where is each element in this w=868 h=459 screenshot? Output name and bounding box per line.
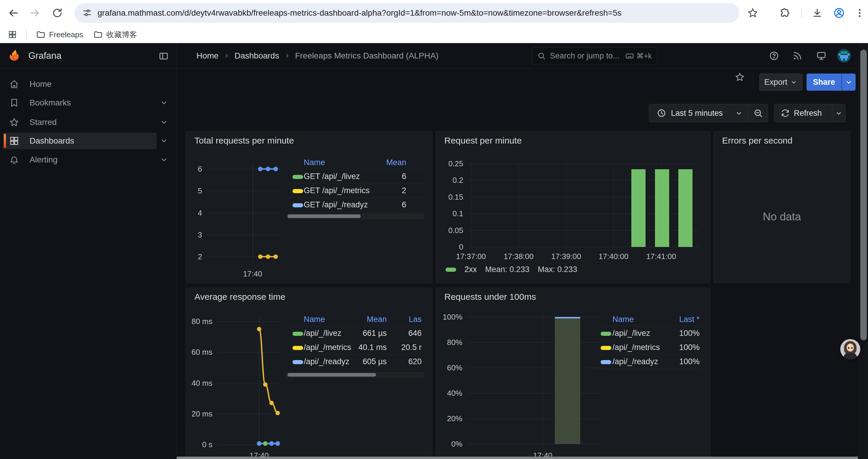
panel-title[interactable]: Average response time	[194, 292, 285, 302]
panel-title[interactable]: Requests under 100ms	[444, 292, 536, 302]
table-row: /api/_/livez661 µs646	[286, 326, 424, 340]
extensions-icon[interactable]	[778, 6, 791, 20]
bookmarks-bar: Freeleaps 收藏博客	[0, 26, 868, 43]
grafana-logo[interactable]	[8, 48, 23, 63]
table-scrollbar[interactable]	[286, 214, 424, 219]
site-settings-icon[interactable]	[82, 8, 92, 18]
sidebar-divider	[177, 43, 177, 459]
forward-icon[interactable]	[28, 6, 41, 20]
column-header[interactable]: Last *	[663, 315, 702, 324]
tv-mode-icon[interactable]	[816, 51, 827, 61]
chevron-down-icon[interactable]	[159, 118, 169, 127]
column-header[interactable]: Mean	[356, 315, 389, 324]
brand-name[interactable]: Grafana	[28, 43, 61, 68]
refresh-button[interactable]: Refresh	[774, 104, 832, 122]
column-header[interactable]: Name	[304, 315, 356, 324]
series-value: 100%	[663, 343, 702, 352]
zoom-out-button[interactable]	[748, 104, 768, 122]
breadcrumb-home[interactable]: Home	[196, 51, 219, 61]
profile-icon[interactable]	[833, 6, 845, 20]
chevron-down-icon[interactable]	[159, 155, 169, 165]
refresh-group: Refresh	[774, 104, 845, 122]
reload-icon[interactable]	[51, 6, 64, 20]
sidebar-item-bookmarks[interactable]: Bookmarks	[0, 95, 177, 111]
back-icon[interactable]	[7, 6, 20, 20]
series-name[interactable]: /api/_/livez	[304, 329, 356, 338]
bar[interactable]	[631, 169, 646, 247]
series-color-swatch[interactable]	[292, 203, 303, 207]
grafana-app: Grafana Home Dashboards Freeleaps Metric…	[0, 43, 868, 459]
column-header[interactable]: Name	[304, 158, 374, 167]
apps-grid-icon[interactable]	[6, 28, 19, 41]
bookmark-star-icon[interactable]	[746, 6, 759, 20]
series-color-swatch[interactable]	[601, 332, 611, 336]
series-name[interactable]: GET /api/_/livez	[304, 172, 374, 181]
breadcrumb-current: Freeleaps Metrics Dashboard (ALPHA)	[295, 51, 439, 61]
average-response-time-chart: 80 ms60 ms40 ms20 ms0 s17:40	[217, 321, 280, 445]
column-header[interactable]: Name	[613, 315, 663, 324]
share-split-button: Share	[807, 73, 856, 91]
subheader-divider	[753, 76, 753, 88]
panel-title[interactable]: Request per minute	[444, 136, 522, 145]
series-color-swatch[interactable]	[445, 268, 456, 272]
chevron-down-icon[interactable]	[159, 98, 169, 107]
download-icon[interactable]	[811, 6, 824, 20]
series-name[interactable]: GET /api/_/metrics	[304, 186, 374, 195]
scrollbar-thumb[interactable]	[287, 373, 376, 376]
search-input[interactable]: Search or jump to... ⌘+k	[532, 47, 657, 64]
time-range-picker[interactable]: Last 5 minutes	[649, 104, 748, 122]
browser-menu-icon[interactable]	[853, 6, 866, 20]
bar[interactable]	[555, 317, 580, 444]
breadcrumb-dashboards[interactable]: Dashboards	[235, 51, 279, 61]
column-header[interactable]: Las	[389, 315, 424, 324]
series-value: 20.5 r	[389, 343, 424, 352]
help-icon[interactable]	[769, 51, 779, 61]
series-name[interactable]: /api/_/readyz	[304, 357, 356, 366]
user-avatar[interactable]	[837, 49, 851, 63]
y-axis-tick: 0 s	[202, 440, 212, 449]
no-data-message: No data	[714, 210, 850, 223]
legend-series-name[interactable]: 2xx	[464, 265, 477, 274]
table-scrollbar[interactable]	[286, 372, 424, 378]
bar[interactable]	[655, 169, 669, 247]
url-bar[interactable]: grafana.mathmast.com/d/deytv4rwavabkb/fr…	[74, 3, 739, 23]
panel-title[interactable]: Total requests per minute	[194, 136, 294, 145]
series-color-swatch[interactable]	[292, 346, 303, 350]
sidebar-item-starred[interactable]: Starred	[0, 114, 177, 131]
bookmark-item[interactable]: Freeleaps	[33, 29, 86, 40]
column-header[interactable]: Mean	[374, 158, 409, 167]
series-name[interactable]: /api/_/livez	[613, 329, 663, 338]
assistant-avatar-widget[interactable]	[840, 339, 860, 359]
legend-max: Max: 0.233	[538, 265, 577, 274]
series-name[interactable]: GET /api/_/readyz	[304, 200, 374, 209]
scrollbar-thumb[interactable]	[287, 215, 361, 218]
series-name[interactable]: /api/_/metrics	[613, 343, 663, 352]
y-axis-tick: 80%	[447, 338, 462, 347]
refresh-interval-dropdown[interactable]	[832, 104, 845, 122]
series-color-swatch[interactable]	[292, 175, 303, 179]
page-scrollbar-thumb[interactable]	[860, 50, 867, 340]
export-button[interactable]: Export	[759, 73, 802, 91]
sidebar-item-label: Bookmarks	[30, 98, 71, 107]
chevron-down-icon	[845, 78, 852, 86]
favorite-star-icon[interactable]	[734, 71, 745, 83]
sidebar-item-home[interactable]: Home	[0, 76, 177, 93]
share-button[interactable]: Share	[807, 73, 841, 91]
news-rss-icon[interactable]	[792, 51, 803, 61]
bookmark-item[interactable]: 收藏博客	[90, 29, 140, 40]
mega-menu-toggle-icon[interactable]	[158, 51, 169, 61]
share-dropdown-button[interactable]	[841, 73, 856, 91]
chevron-down-icon[interactable]	[159, 136, 169, 145]
sidebar-item-alerting[interactable]: Alerting	[0, 152, 177, 168]
bar[interactable]	[678, 169, 692, 247]
series-color-swatch[interactable]	[601, 346, 611, 350]
series-color-swatch[interactable]	[292, 189, 303, 193]
series-color-swatch[interactable]	[601, 360, 611, 364]
gridline	[468, 164, 699, 164]
sidebar-item-dashboards[interactable]: Dashboards	[0, 133, 177, 149]
series-name[interactable]: /api/_/readyz	[613, 357, 663, 366]
series-name[interactable]: /api/_/metrics	[304, 343, 356, 352]
series-color-swatch[interactable]	[292, 332, 303, 336]
series-color-swatch[interactable]	[292, 360, 303, 364]
panel-title[interactable]: Errors per second	[722, 136, 793, 145]
